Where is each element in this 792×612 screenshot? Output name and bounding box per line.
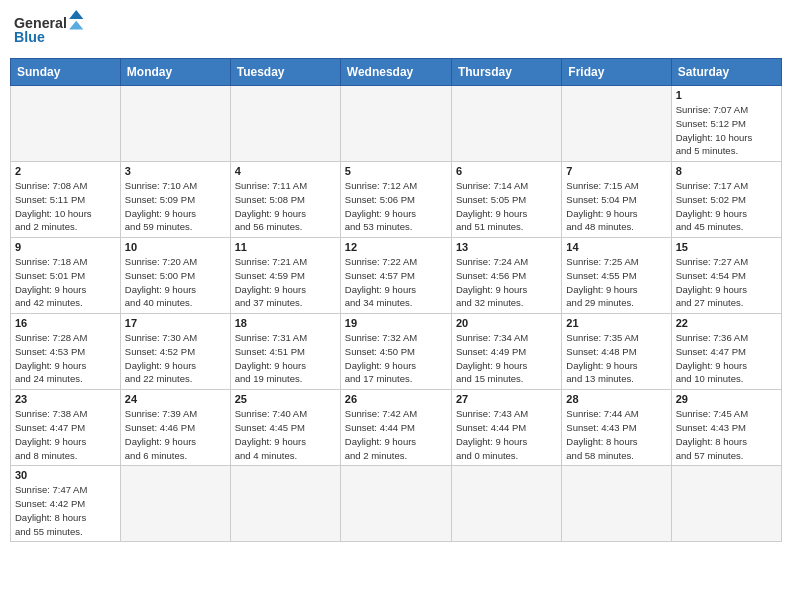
calendar-week-row: 1Sunrise: 7:07 AM Sunset: 5:12 PM Daylig… <box>11 86 782 162</box>
calendar-cell: 13Sunrise: 7:24 AM Sunset: 4:56 PM Dayli… <box>451 238 561 314</box>
sun-info: Sunrise: 7:34 AM Sunset: 4:49 PM Dayligh… <box>456 331 557 386</box>
day-number: 12 <box>345 241 447 253</box>
calendar-cell <box>562 466 671 542</box>
sun-info: Sunrise: 7:14 AM Sunset: 5:05 PM Dayligh… <box>456 179 557 234</box>
day-number: 11 <box>235 241 336 253</box>
calendar-cell: 8Sunrise: 7:17 AM Sunset: 5:02 PM Daylig… <box>671 162 781 238</box>
day-number: 25 <box>235 393 336 405</box>
day-number: 4 <box>235 165 336 177</box>
calendar-cell <box>120 86 230 162</box>
sun-info: Sunrise: 7:35 AM Sunset: 4:48 PM Dayligh… <box>566 331 666 386</box>
sun-info: Sunrise: 7:44 AM Sunset: 4:43 PM Dayligh… <box>566 407 666 462</box>
calendar-header-row: SundayMondayTuesdayWednesdayThursdayFrid… <box>11 59 782 86</box>
calendar-cell: 22Sunrise: 7:36 AM Sunset: 4:47 PM Dayli… <box>671 314 781 390</box>
sun-info: Sunrise: 7:30 AM Sunset: 4:52 PM Dayligh… <box>125 331 226 386</box>
calendar-cell <box>230 86 340 162</box>
calendar-cell: 3Sunrise: 7:10 AM Sunset: 5:09 PM Daylig… <box>120 162 230 238</box>
sun-info: Sunrise: 7:20 AM Sunset: 5:00 PM Dayligh… <box>125 255 226 310</box>
day-number: 30 <box>15 469 116 481</box>
day-number: 10 <box>125 241 226 253</box>
calendar-cell <box>340 86 451 162</box>
day-number: 28 <box>566 393 666 405</box>
day-number: 8 <box>676 165 777 177</box>
svg-marker-2 <box>69 10 83 19</box>
calendar-cell <box>562 86 671 162</box>
sun-info: Sunrise: 7:38 AM Sunset: 4:47 PM Dayligh… <box>15 407 116 462</box>
day-number: 7 <box>566 165 666 177</box>
col-header-wednesday: Wednesday <box>340 59 451 86</box>
calendar-table: SundayMondayTuesdayWednesdayThursdayFrid… <box>10 58 782 542</box>
calendar-week-row: 9Sunrise: 7:18 AM Sunset: 5:01 PM Daylig… <box>11 238 782 314</box>
calendar-cell: 2Sunrise: 7:08 AM Sunset: 5:11 PM Daylig… <box>11 162 121 238</box>
sun-info: Sunrise: 7:12 AM Sunset: 5:06 PM Dayligh… <box>345 179 447 234</box>
col-header-sunday: Sunday <box>11 59 121 86</box>
calendar-cell: 1Sunrise: 7:07 AM Sunset: 5:12 PM Daylig… <box>671 86 781 162</box>
calendar-cell: 21Sunrise: 7:35 AM Sunset: 4:48 PM Dayli… <box>562 314 671 390</box>
calendar-cell: 27Sunrise: 7:43 AM Sunset: 4:44 PM Dayli… <box>451 390 561 466</box>
sun-info: Sunrise: 7:11 AM Sunset: 5:08 PM Dayligh… <box>235 179 336 234</box>
calendar-cell: 18Sunrise: 7:31 AM Sunset: 4:51 PM Dayli… <box>230 314 340 390</box>
day-number: 18 <box>235 317 336 329</box>
sun-info: Sunrise: 7:15 AM Sunset: 5:04 PM Dayligh… <box>566 179 666 234</box>
sun-info: Sunrise: 7:21 AM Sunset: 4:59 PM Dayligh… <box>235 255 336 310</box>
day-number: 16 <box>15 317 116 329</box>
sun-info: Sunrise: 7:17 AM Sunset: 5:02 PM Dayligh… <box>676 179 777 234</box>
calendar-cell <box>340 466 451 542</box>
logo: General Blue <box>14 10 94 50</box>
sun-info: Sunrise: 7:32 AM Sunset: 4:50 PM Dayligh… <box>345 331 447 386</box>
calendar-cell: 6Sunrise: 7:14 AM Sunset: 5:05 PM Daylig… <box>451 162 561 238</box>
day-number: 13 <box>456 241 557 253</box>
day-number: 2 <box>15 165 116 177</box>
day-number: 21 <box>566 317 666 329</box>
calendar-cell: 15Sunrise: 7:27 AM Sunset: 4:54 PM Dayli… <box>671 238 781 314</box>
calendar-cell: 14Sunrise: 7:25 AM Sunset: 4:55 PM Dayli… <box>562 238 671 314</box>
calendar-cell: 24Sunrise: 7:39 AM Sunset: 4:46 PM Dayli… <box>120 390 230 466</box>
day-number: 1 <box>676 89 777 101</box>
day-number: 27 <box>456 393 557 405</box>
calendar-cell: 7Sunrise: 7:15 AM Sunset: 5:04 PM Daylig… <box>562 162 671 238</box>
day-number: 20 <box>456 317 557 329</box>
sun-info: Sunrise: 7:42 AM Sunset: 4:44 PM Dayligh… <box>345 407 447 462</box>
calendar-cell: 20Sunrise: 7:34 AM Sunset: 4:49 PM Dayli… <box>451 314 561 390</box>
day-number: 3 <box>125 165 226 177</box>
sun-info: Sunrise: 7:08 AM Sunset: 5:11 PM Dayligh… <box>15 179 116 234</box>
sun-info: Sunrise: 7:24 AM Sunset: 4:56 PM Dayligh… <box>456 255 557 310</box>
calendar-cell: 19Sunrise: 7:32 AM Sunset: 4:50 PM Dayli… <box>340 314 451 390</box>
calendar-week-row: 16Sunrise: 7:28 AM Sunset: 4:53 PM Dayli… <box>11 314 782 390</box>
page-header: General Blue <box>10 10 782 50</box>
col-header-tuesday: Tuesday <box>230 59 340 86</box>
day-number: 26 <box>345 393 447 405</box>
sun-info: Sunrise: 7:45 AM Sunset: 4:43 PM Dayligh… <box>676 407 777 462</box>
day-number: 17 <box>125 317 226 329</box>
sun-info: Sunrise: 7:25 AM Sunset: 4:55 PM Dayligh… <box>566 255 666 310</box>
day-number: 5 <box>345 165 447 177</box>
calendar-cell: 29Sunrise: 7:45 AM Sunset: 4:43 PM Dayli… <box>671 390 781 466</box>
calendar-cell: 5Sunrise: 7:12 AM Sunset: 5:06 PM Daylig… <box>340 162 451 238</box>
calendar-cell: 26Sunrise: 7:42 AM Sunset: 4:44 PM Dayli… <box>340 390 451 466</box>
calendar-cell: 4Sunrise: 7:11 AM Sunset: 5:08 PM Daylig… <box>230 162 340 238</box>
calendar-cell <box>451 86 561 162</box>
logo-image: General Blue <box>14 10 94 50</box>
calendar-cell: 25Sunrise: 7:40 AM Sunset: 4:45 PM Dayli… <box>230 390 340 466</box>
svg-text:Blue: Blue <box>14 29 45 45</box>
calendar-cell: 10Sunrise: 7:20 AM Sunset: 5:00 PM Dayli… <box>120 238 230 314</box>
calendar-cell: 17Sunrise: 7:30 AM Sunset: 4:52 PM Dayli… <box>120 314 230 390</box>
sun-info: Sunrise: 7:27 AM Sunset: 4:54 PM Dayligh… <box>676 255 777 310</box>
sun-info: Sunrise: 7:28 AM Sunset: 4:53 PM Dayligh… <box>15 331 116 386</box>
calendar-cell <box>451 466 561 542</box>
col-header-thursday: Thursday <box>451 59 561 86</box>
calendar-cell: 28Sunrise: 7:44 AM Sunset: 4:43 PM Dayli… <box>562 390 671 466</box>
calendar-cell <box>120 466 230 542</box>
calendar-week-row: 2Sunrise: 7:08 AM Sunset: 5:11 PM Daylig… <box>11 162 782 238</box>
day-number: 29 <box>676 393 777 405</box>
day-number: 23 <box>15 393 116 405</box>
calendar-cell: 16Sunrise: 7:28 AM Sunset: 4:53 PM Dayli… <box>11 314 121 390</box>
sun-info: Sunrise: 7:22 AM Sunset: 4:57 PM Dayligh… <box>345 255 447 310</box>
calendar-cell: 11Sunrise: 7:21 AM Sunset: 4:59 PM Dayli… <box>230 238 340 314</box>
calendar-cell: 30Sunrise: 7:47 AM Sunset: 4:42 PM Dayli… <box>11 466 121 542</box>
sun-info: Sunrise: 7:40 AM Sunset: 4:45 PM Dayligh… <box>235 407 336 462</box>
day-number: 19 <box>345 317 447 329</box>
col-header-monday: Monday <box>120 59 230 86</box>
day-number: 9 <box>15 241 116 253</box>
calendar-cell: 9Sunrise: 7:18 AM Sunset: 5:01 PM Daylig… <box>11 238 121 314</box>
